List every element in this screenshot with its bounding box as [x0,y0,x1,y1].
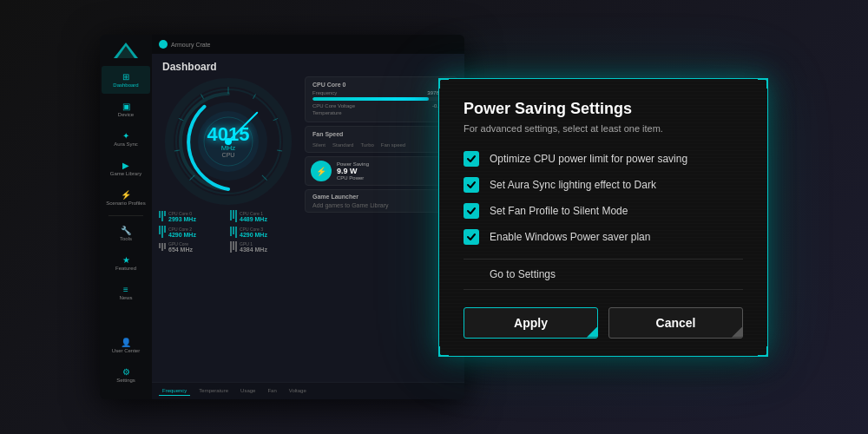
fan-header: Fan Speed Auto Config [312,131,450,140]
frequency-row: Frequency 3978MHz [312,90,450,95]
sidebar-item-game-library[interactable]: ▶ Game Library [102,155,150,182]
sidebar-divider [108,215,143,216]
window-titlebar: Armoury Crate [152,35,464,54]
power-saving-info: Power Saving 9.9 W CPU Power [337,161,451,181]
list-item: GPU 1 4384 MHz [230,241,298,253]
list-item: GPU Core 654 MHz [159,241,227,253]
power-saving-icon: ⚡ [311,161,332,181]
temp-row: Temperature 70°C [312,110,450,115]
sidebar-item-dashboard[interactable]: ⊞ Dashboard [102,66,150,94]
checkbox-fan-silent[interactable]: Set Fan Profile to Silent Mode [464,203,743,219]
power-saving-dialog: Power Saving Settings For advanced setti… [438,78,768,357]
right-panels: CPU Core 0 Frequency 3978MHz CPU Core Vo… [305,76,457,375]
dialog-buttons: Apply Cancel [464,307,743,339]
fan-preset-turbo[interactable]: Turbo [360,142,373,148]
sidebar-item-scenario-profiles[interactable]: ⚡ Scenario Profiles [102,184,150,212]
gauge-value: 4015 [207,125,250,144]
news-icon: ≡ [123,285,128,294]
game-add-label: Add games to Game Library [312,202,450,208]
checkbox-cpu-power-limit[interactable]: Optimize CPU power limit for power savin… [464,151,743,167]
cancel-button[interactable]: Cancel [608,307,743,339]
checkbox-box-cpu-power-limit [464,151,479,167]
page-title: Dashboard [152,54,464,76]
bottom-nav: Frequency Temperature Usage Fan Voltage [152,382,464,399]
sidebar-label-game-library: Game Library [110,171,141,176]
sidebar-label-dashboard: Dashboard [113,82,138,88]
checkbox-label-windows-power-saver: Enable Windows Power saver plan [490,231,650,243]
nav-fan[interactable]: Fan [264,386,279,396]
list-item: CPU Core 3 4290 MHz [230,226,298,238]
corner-tr [758,78,768,89]
nav-frequency[interactable]: Frequency [159,386,190,396]
sidebar-bottom: 👤 User Center ⚙ Settings [102,332,150,392]
checkbox-label-fan-silent: Set Fan Profile to Silent Mode [490,205,628,217]
checkbox-box-fan-silent [464,203,479,219]
game-library-icon: ▶ [122,161,129,170]
game-launcher-panel: Game Launcher Add games to Game Library [305,189,457,213]
scenario-profiles-icon: ⚡ [121,190,131,200]
fan-speed-title: Fan Speed [312,131,343,137]
armoury-window: ⊞ Dashboard ▣ Device ✦ Aura Sync ▶ Game … [100,35,464,399]
dashboard-icon: ⊞ [122,72,129,82]
cpu-core0-title: CPU Core 0 [312,82,450,88]
corner-tl [438,78,449,89]
app-container: ⊞ Dashboard ▣ Device ✦ Aura Sync ▶ Game … [0,0,868,434]
sidebar-item-featured[interactable]: ★ Featured [102,249,150,277]
power-saving-value: 9.9 W [337,167,451,175]
svg-line-5 [174,150,180,151]
checkbox-box-windows-power-saver [464,229,479,245]
svg-line-11 [277,150,282,151]
gauge-container: 4015 MHz CPU [163,76,293,207]
sidebar-label-featured: Featured [115,266,136,271]
checkmark-icon [466,154,477,164]
cpu-cores-grid: CPU Core 0 2993 MHz [159,210,298,253]
fan-preset-standard[interactable]: Standard [332,142,353,148]
list-item: CPU Core 1 4489 MHz [230,210,298,222]
power-saving-sublabel: CPU Power [337,175,451,181]
sidebar-item-aura-sync[interactable]: ✦ Aura Sync [102,125,150,153]
sidebar-item-user-center[interactable]: 👤 User Center [102,332,150,359]
nav-voltage[interactable]: Voltage [286,386,310,396]
dialog-title: Power Saving Settings [464,100,743,118]
goto-settings-label: Go to Settings [490,268,556,280]
checkbox-label-cpu-power-limit: Optimize CPU power limit for power savin… [490,153,687,165]
sidebar-label-user-center: User Center [112,348,140,353]
sidebar-item-device[interactable]: ▣ Device [102,95,150,123]
checkbox-list: Optimize CPU power limit for power savin… [464,151,743,245]
gauge-center: 4015 MHz CPU [207,125,250,158]
checkbox-windows-power-saver[interactable]: Enable Windows Power saver plan [464,229,743,245]
sidebar-label-device: Device [118,112,134,117]
voltage-row: CPU Core Voltage -0.795v [312,103,450,108]
checkbox-aura-sync-dark[interactable]: Set Aura Sync lighting effect to Dark [464,177,743,193]
cpu-core0-panel: CPU Core 0 Frequency 3978MHz CPU Core Vo… [305,76,457,122]
titlebar-icon [159,40,168,49]
gauge-unit: MHz [207,144,250,152]
checkbox-box-aura-sync-dark [464,177,479,193]
corner-br [758,346,768,357]
fan-presets: Silent Standard Turbo Fan speed [312,142,450,148]
checkbox-label-aura-sync-dark: Set Aura Sync lighting effect to Dark [490,179,656,191]
core-bars [159,211,166,221]
goto-settings-row[interactable]: Go to Settings [464,259,743,290]
device-icon: ▣ [122,102,130,111]
sidebar-label-aura-sync: Aura Sync [114,141,138,147]
nav-temperature[interactable]: Temperature [195,386,232,396]
fan-preset-fanspeed[interactable]: Fan speed [381,142,405,148]
apply-button[interactable]: Apply [464,307,598,339]
content-area: Dashboard [152,54,464,399]
sidebar: ⊞ Dashboard ▣ Device ✦ Aura Sync ▶ Game … [100,35,152,399]
checkmark-icon [466,206,477,216]
checkmark-icon [466,180,477,190]
sidebar-item-tools[interactable]: 🔧 Tools [102,220,150,247]
checkmark-icon [466,232,477,242]
app-logo [112,42,140,59]
user-center-icon: 👤 [121,338,131,347]
featured-icon: ★ [122,255,130,265]
main-content: Armoury Crate Dashboard [152,35,464,399]
nav-usage[interactable]: Usage [237,386,259,396]
sidebar-item-settings[interactable]: ⚙ Settings [102,361,150,389]
goto-settings-icon [464,266,479,282]
fan-preset-silent[interactable]: Silent [312,142,326,148]
sidebar-item-news[interactable]: ≡ News [102,279,150,306]
sidebar-label-tools: Tools [120,236,132,241]
